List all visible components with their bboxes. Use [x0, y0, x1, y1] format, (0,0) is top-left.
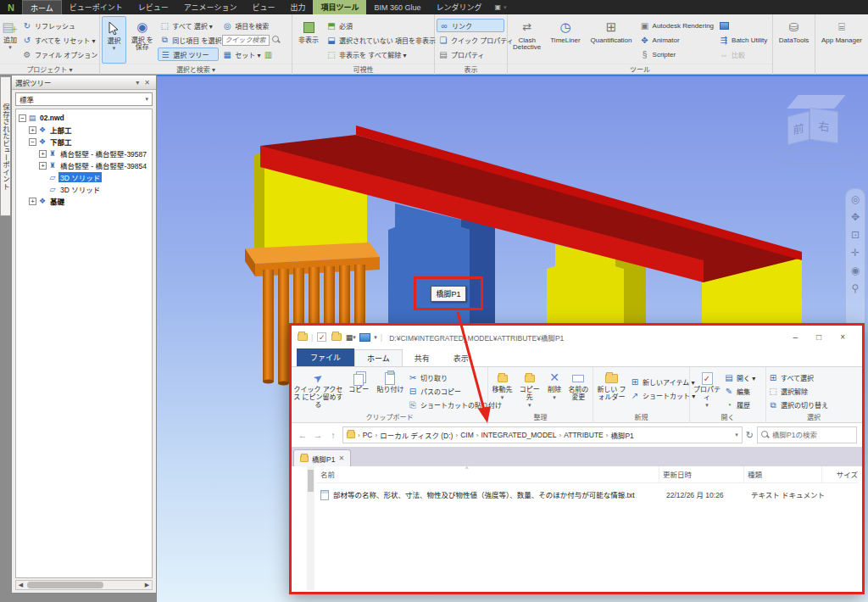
sets-manager-icon[interactable]: ▥: [264, 49, 274, 59]
app-manager-button[interactable]: ⌸ App Manager: [817, 16, 866, 64]
minimize-button[interactable]: –: [793, 332, 798, 342]
tree-expander[interactable]: +: [29, 126, 36, 134]
scroll-right-icon[interactable]: ▶: [142, 582, 152, 588]
compare-button[interactable]: ⇔比較: [717, 47, 771, 61]
reset-all-button[interactable]: ↺すべてを リセット ▾: [20, 33, 99, 47]
properties-check-icon[interactable]: ✓: [316, 332, 327, 343]
panel-close-icon[interactable]: ✕: [142, 79, 153, 86]
tree-item[interactable]: + ❖ 上部工: [16, 124, 152, 136]
scroll-left-icon[interactable]: ◀: [16, 582, 25, 588]
tab-view[interactable]: ビュー: [244, 0, 282, 14]
select-none-button[interactable]: ⬚選択解除: [768, 385, 858, 398]
group-display-label[interactable]: 表示: [435, 64, 507, 75]
image-tool-button[interactable]: [717, 19, 771, 32]
shortcut-button[interactable]: ↗ショートカット ▾: [630, 389, 687, 402]
explorer-titlebar[interactable]: | ✓ ▦▾ ▾ | D:¥CIM¥INTEGRATED_MODEL¥ATTRI…: [292, 326, 862, 348]
view-menu-tab[interactable]: 表示: [442, 350, 481, 366]
pan-icon[interactable]: ✥: [851, 212, 860, 222]
breadcrumb-item[interactable]: INTEGRATED_MODEL: [481, 431, 556, 439]
delete-button[interactable]: ✕ 削除▾: [544, 369, 564, 413]
tree-expander[interactable]: −: [29, 138, 36, 146]
breadcrumb-item[interactable]: ローカル ディスク (D:): [380, 430, 453, 440]
breadcrumb-item[interactable]: PC: [363, 431, 373, 439]
file-menu-tab[interactable]: ファイル: [297, 348, 354, 366]
tree-item[interactable]: − ▤ 02.nwd: [16, 112, 152, 124]
find-items-button[interactable]: ◎項目を検索: [220, 19, 290, 32]
tab-item-tools[interactable]: 項目ツール: [313, 0, 366, 14]
viewcube-front-face[interactable]: 前: [787, 111, 810, 145]
folder-tab[interactable]: 橋脚P1 ✕: [293, 449, 351, 466]
paste-shortcut-button[interactable]: ⎘ショートカットの貼り付け: [408, 399, 486, 411]
column-header-name[interactable]: 名前: [317, 466, 659, 483]
invert-selection-button[interactable]: ⧉選択の切り替え: [768, 399, 858, 411]
quick-find-search-icon[interactable]: [272, 36, 281, 44]
new-folder-button[interactable]: 新しい フォルダー: [595, 369, 628, 413]
tree-expander[interactable]: +: [29, 198, 36, 205]
maximize-button[interactable]: □: [816, 332, 821, 342]
autodesk-rendering-button[interactable]: ▣Autodesk Rendering: [638, 19, 716, 32]
refresh-icon[interactable]: ↻: [746, 430, 754, 441]
chevron-down-icon[interactable]: ▾: [735, 432, 738, 438]
refresh-button[interactable]: ↻リフレッシュ: [20, 19, 99, 32]
copy-to-button[interactable]: コピー先▾: [516, 369, 542, 413]
group-tools-label[interactable]: ツール: [508, 64, 772, 75]
up-icon[interactable]: ↑: [327, 430, 339, 440]
column-header-type[interactable]: 種類: [744, 466, 822, 483]
back-icon[interactable]: ←: [297, 430, 309, 440]
hide-unselected-button[interactable]: ⬓選択されていない 項目を非表示: [325, 33, 430, 47]
pin-quick-access-button[interactable]: ➤ クイック アクセス にピン留めする: [293, 369, 343, 413]
scripter-button[interactable]: §Scripter: [638, 47, 716, 61]
panel-dock-icon[interactable]: ▾: [133, 79, 142, 86]
quick-properties-button[interactable]: ❏クイック プロパティ: [437, 33, 504, 47]
close-button[interactable]: ×: [840, 332, 845, 342]
properties-button[interactable]: ✓ プロパティ▾: [692, 369, 722, 413]
new-item-button[interactable]: ⊞新しいアイテム ▾: [630, 376, 687, 388]
explorer-search[interactable]: [757, 426, 857, 443]
tree-expander[interactable]: +: [39, 162, 47, 170]
zoom-icon[interactable]: ⊡: [851, 230, 860, 240]
timeliner-button[interactable]: ◷ TimeLiner: [546, 16, 584, 64]
tree-item-selected[interactable]: ▱ 3D ソリッド: [16, 171, 152, 183]
tab-close-icon[interactable]: ✕: [338, 454, 344, 462]
quantification-button[interactable]: ⊞ Quantification: [587, 16, 637, 64]
tree-item[interactable]: + ♜ 橋台竪壁 - 橋台竪壁-39854: [16, 159, 152, 171]
tree-item[interactable]: + ❖ 基礎: [16, 195, 152, 207]
look-icon[interactable]: ◉: [851, 265, 860, 276]
group-project-label[interactable]: プロジェクト ▾: [0, 64, 99, 75]
viewcube[interactable]: 前 右: [782, 95, 850, 163]
breadcrumb-item[interactable]: CIM: [460, 431, 474, 439]
clash-detective-button[interactable]: ⇄ Clash Detective: [509, 16, 544, 64]
select-button[interactable]: 選択 ▾: [102, 16, 126, 64]
breadcrumb[interactable]: › PC › ローカル ディスク (D:) › CIM › INTEGRATED…: [342, 426, 743, 443]
tab-viewpoint[interactable]: ビューポイント: [62, 0, 131, 14]
tree-expander[interactable]: −: [19, 114, 26, 122]
batch-utility-button[interactable]: ⇶Batch Utility: [717, 33, 771, 47]
tab-home[interactable]: ホーム: [22, 0, 62, 14]
tab-review[interactable]: レビュー: [131, 0, 176, 14]
search-input[interactable]: [772, 431, 850, 439]
save-selection-button[interactable]: ◉ 選択 を保存: [128, 16, 156, 64]
scrollbar-thumb[interactable]: [27, 582, 103, 588]
paste-button[interactable]: 貼り付け: [375, 369, 406, 413]
cut-button[interactable]: ✂切り取り: [408, 371, 486, 384]
properties-button[interactable]: ▤プロパティ: [437, 47, 504, 61]
quick-access-toolbar-chevron-icon[interactable]: ▾: [374, 334, 377, 341]
tree-preset-dropdown[interactable]: 標準 ▾: [15, 92, 153, 106]
file-options-button[interactable]: ⚙ファイル オプション: [20, 47, 99, 61]
tab-animation[interactable]: アニメーション: [176, 0, 245, 14]
file-row[interactable]: 部材等の名称、形状、寸法、物性及び物性値（強度等）、数量、そのほか付与が可能な情…: [317, 488, 859, 502]
append-button[interactable]: ▤＋ 追加 ▾: [2, 16, 19, 64]
tab-rendering[interactable]: レンダリング: [428, 0, 489, 14]
tab-output[interactable]: 出力: [282, 0, 313, 14]
move-to-button[interactable]: 移動先▾: [490, 369, 515, 413]
tree-item[interactable]: ▱ 3D ソリッド: [16, 183, 152, 195]
navisworks-app-button[interactable]: N: [0, 0, 22, 14]
viewcube-compass-ring[interactable]: [772, 148, 860, 166]
history-button[interactable]: ◔履歴: [724, 399, 763, 411]
column-header-size[interactable]: サイズ: [822, 466, 858, 483]
select-all-button[interactable]: ⬚すべて 選択 ▾: [158, 19, 219, 32]
ribbon-display-toggle[interactable]: ▣▾: [495, 0, 507, 14]
home-menu-tab[interactable]: ホーム: [354, 349, 403, 366]
saved-viewpoints-tab[interactable]: 保存されたビューポイント: [0, 76, 11, 216]
group-select-search-label[interactable]: 選択と検索 ▾: [100, 64, 292, 75]
